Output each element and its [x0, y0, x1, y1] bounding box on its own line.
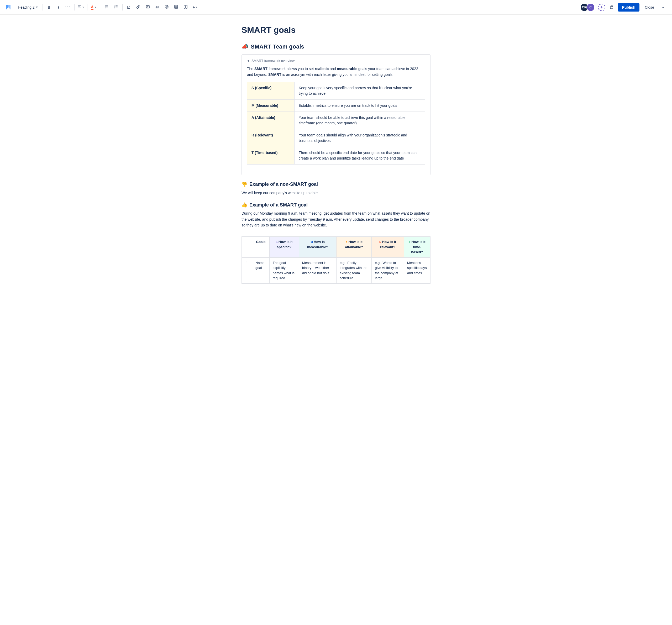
svg-rect-9	[106, 8, 108, 8]
text-color-icon: A	[91, 5, 93, 10]
non-smart-heading-text: Example of a non-SMART goal	[249, 181, 318, 187]
more-format-button[interactable]: ···	[64, 3, 72, 11]
smart-example-heading-text: Example of a SMART goal	[249, 202, 308, 208]
svg-rect-21	[174, 5, 178, 8]
smart-intro-text: The SMART framework allows you to set re…	[247, 66, 425, 78]
heading-selector-chevron: ▼	[36, 6, 38, 9]
add-collaborator-button[interactable]: +	[598, 4, 605, 11]
smart-label: T (Time-based)	[247, 147, 294, 164]
svg-point-6	[105, 6, 105, 7]
image-button[interactable]	[144, 3, 152, 11]
bold-button[interactable]: B	[45, 3, 53, 11]
smart-table: S (Specific) Keep your goals very specif…	[247, 82, 425, 165]
svg-point-20	[167, 6, 167, 7]
toolbar-divider-5	[122, 4, 123, 10]
toolbar-divider-2	[74, 4, 75, 10]
goals-table-row: 1 Name goal The goal explicitly names wh…	[242, 257, 431, 283]
svg-rect-15	[116, 8, 118, 8]
image-icon	[146, 5, 150, 10]
non-smart-heading: 👎 Example of a non-SMART goal	[241, 181, 431, 188]
smart-description: Keep your goals very specific and narrow…	[294, 82, 425, 99]
toolbar-divider-1	[43, 4, 43, 10]
page-content: SMART goals 📣 SMART Team goals ▼ SMART f…	[236, 15, 436, 299]
align-button[interactable]: ▼	[77, 3, 85, 11]
row-specific: The goal explicitly names what is requir…	[269, 257, 299, 283]
smart-example-text: During our Monday morning 9 a.m. team me…	[241, 210, 431, 228]
heading-selector[interactable]: Heading 2 ▼	[16, 4, 41, 10]
col-header-timebased: T How is ittime-based?	[404, 237, 431, 258]
expand-panel: ▼ SMART framework overview The SMART fra…	[241, 54, 431, 175]
svg-rect-2	[78, 6, 80, 7]
insert-icon: +	[193, 5, 195, 10]
goals-table-head: Goals s How is itspecific? M How ismeasu…	[242, 237, 431, 258]
task-button[interactable]: ☑	[125, 3, 133, 11]
smart-table-row: R (Relevant) Your team goals should alig…	[247, 129, 425, 147]
goals-table: Goals s How is itspecific? M How ismeasu…	[241, 236, 431, 284]
svg-rect-13	[116, 6, 118, 7]
svg-point-19	[166, 6, 166, 7]
row-num: 1	[242, 257, 252, 283]
toolbar-divider-3	[87, 4, 88, 10]
col-header-attainable: A How is itattainable?	[337, 237, 372, 258]
link-icon	[136, 5, 140, 10]
expand-body: The SMART framework allows you to set re…	[247, 66, 425, 165]
text-color-button[interactable]: A ▼	[90, 3, 98, 11]
smart-label: S (Specific)	[247, 82, 294, 99]
row-goal: Name goal	[252, 257, 270, 283]
more-options-button[interactable]: ···	[659, 3, 668, 11]
col-header-num	[242, 237, 252, 258]
add-icon: +	[600, 5, 603, 10]
svg-rect-7	[106, 6, 108, 7]
numbered-list-button[interactable]: 1 2 3	[112, 3, 120, 11]
emoji-button[interactable]	[163, 3, 171, 11]
svg-point-8	[105, 8, 105, 8]
section-heading-text: SMART Team goals	[251, 43, 304, 50]
smart-table-row: T (Time-based) There should be a specifi…	[247, 147, 425, 164]
layout-icon	[184, 5, 188, 10]
expand-header[interactable]: ▼ SMART framework overview	[247, 59, 425, 63]
smart-table-row: S (Specific) Keep your goals very specif…	[247, 82, 425, 99]
smart-label: R (Relevant)	[247, 129, 294, 147]
toolbar-divider-4	[100, 4, 100, 10]
more-options-icon: ···	[662, 4, 666, 10]
svg-rect-3	[78, 8, 81, 8]
smart-description: Your team should be able to achieve this…	[294, 111, 425, 129]
bullet-list-icon	[104, 5, 109, 10]
smart-description: Establish metrics to ensure you are on t…	[294, 99, 425, 111]
expand-label: SMART framework overview	[251, 59, 294, 63]
svg-rect-26	[186, 5, 187, 8]
layout-button[interactable]	[182, 3, 190, 11]
smart-table-row: M (Measurable) Establish metrics to ensu…	[247, 99, 425, 111]
link-button[interactable]	[134, 3, 143, 11]
toolbar: Heading 2 ▼ B I ··· ▼ A ▼	[0, 0, 672, 15]
section-heading-icon: 📣	[241, 43, 248, 50]
goals-table-body: 1 Name goal The goal explicitly names wh…	[242, 257, 431, 283]
align-chevron: ▼	[82, 6, 84, 9]
heading-selector-label: Heading 2	[18, 5, 35, 9]
row-timebased: Mentions specific days and times	[404, 257, 431, 283]
goals-table-wrapper: Goals s How is itspecific? M How ismeasu…	[241, 236, 431, 284]
non-smart-example: 👎 Example of a non-SMART goal We will ke…	[241, 181, 431, 196]
svg-rect-16	[146, 5, 149, 8]
publish-button[interactable]: Publish	[618, 3, 640, 11]
insert-button[interactable]: + ▼	[191, 3, 199, 11]
italic-button[interactable]: I	[54, 3, 63, 11]
bullet-list-button[interactable]	[102, 3, 111, 11]
svg-point-4	[105, 5, 105, 6]
col-header-relevant: R How is itrelevant?	[372, 237, 404, 258]
row-measurable: Measurement is binary – we either did or…	[299, 257, 337, 283]
svg-rect-25	[184, 5, 185, 8]
row-attainable: e.g., Easily integrates with the existin…	[337, 257, 372, 283]
lock-button[interactable]	[607, 3, 616, 11]
mention-button[interactable]: @	[153, 3, 162, 11]
close-button[interactable]: Close	[642, 3, 657, 11]
avatar-group: CK C	[580, 3, 595, 11]
task-icon: ☑	[127, 5, 130, 9]
row-relevant: e.g., Works to give visibility to the co…	[372, 257, 404, 283]
table-button[interactable]	[172, 3, 180, 11]
section-heading-smart-team: 📣 SMART Team goals	[241, 43, 431, 50]
svg-rect-1	[78, 5, 81, 6]
smart-description: There should be a specific end date for …	[294, 147, 425, 164]
smart-example: 👍 Example of a SMART goal During our Mon…	[241, 202, 431, 228]
align-icon	[77, 5, 81, 10]
